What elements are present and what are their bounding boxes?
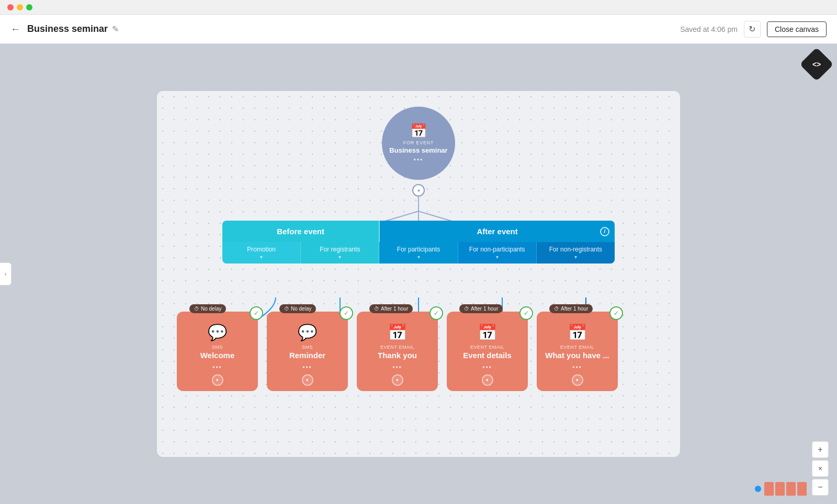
card-2-delay-badge: ⏱No delay [279,304,316,313]
card-3-expand[interactable]: ▾ [392,374,403,386]
card-4-icon: 📅 [478,323,497,341]
sub-branch-participants-arrow: ▾ [417,254,420,260]
card-5[interactable]: ✓ 📅 EVENT EMAIL What you have ... ••• ▾ [537,312,618,391]
zoom-controls: + × − [812,441,829,496]
sub-branch-registrants[interactable]: For registrants ▾ [301,242,379,264]
refresh-button[interactable]: ↻ [744,21,761,38]
card-5-dots: ••• [572,364,582,371]
card-5-expand[interactable]: ▾ [572,374,583,386]
topbar-right: Saved at 4:06 pm ↻ Close canvas [680,21,827,38]
card-2-icon: 💬 [298,323,317,341]
minimap-bars [764,482,807,496]
traffic-light-red [7,4,14,10]
zoom-in-button[interactable]: + [812,441,829,458]
card-2-type: SMS [302,345,313,350]
root-expand-btn[interactable]: ▾ [412,184,425,197]
card-1-dots: ••• [212,364,222,371]
card-1-name: Welcome [200,351,235,360]
code-icon-button[interactable]: <> [799,47,833,81]
sub-branch-promotion-arrow: ▾ [260,254,263,260]
card-3-icon: 📅 [388,323,407,341]
card-4-name: Event details [463,351,512,360]
sub-branch-participants-label: For participants [397,246,440,253]
code-icon: <> [812,60,821,68]
root-node[interactable]: 📅 FOR EVENT Business seminar ••• [382,107,455,180]
card-4-dots: ••• [482,364,492,371]
sidebar-toggle-icon: › [5,270,7,278]
sub-branch-non-registrants-arrow: ▾ [574,254,577,260]
card-1-icon: 💬 [208,323,227,341]
card-1-type: SMS [212,345,223,350]
zoom-reset-button[interactable]: × [812,460,829,477]
root-node-icon: 📅 [410,123,427,139]
card-3-type: EVENT EMAIL [380,345,414,350]
card-2-expand[interactable]: ▾ [302,374,313,386]
sidebar-toggle[interactable]: › [0,262,12,285]
topbar: ← Business seminar ✎ Saved at 4:06 pm ↻ … [0,15,837,44]
card-1-delay-badge: ⏱No delay [189,304,226,313]
sub-branch-non-registrants[interactable]: For non-registrants ▾ [537,242,615,264]
root-node-title: Business seminar [389,146,447,154]
titlebar [0,0,837,15]
minimap-bar-4 [797,482,807,496]
card-2-check: ✓ [340,306,353,320]
card-5-type: EVENT EMAIL [560,345,594,350]
root-node-subtitle: FOR EVENT [403,140,434,145]
page-title: Business seminar [27,24,108,35]
card-5-icon: 📅 [568,323,587,341]
card-4-delay-badge: ⏱After 1 hour [459,304,503,313]
card-3-dots: ••• [392,364,402,371]
main-area: › [0,44,837,504]
edit-icon[interactable]: ✎ [112,24,119,34]
traffic-lights [7,4,32,10]
before-event-section[interactable]: Before event [222,221,380,242]
traffic-light-green [26,4,32,10]
card-3-delay-badge: ⏱After 1 hour [369,304,413,313]
minimap-bar-2 [775,482,785,496]
card-4-check: ✓ [519,306,533,320]
progress-indicator [755,486,761,492]
sub-branch-promotion[interactable]: Promotion ▾ [222,242,301,264]
branch-bar-top: Before event After event i [222,221,615,242]
card-1-expand[interactable]: ▾ [212,374,223,386]
sub-branch-non-registrants-label: For non-registrants [549,246,602,253]
card-3[interactable]: ✓ 📅 EVENT EMAIL Thank you ••• ▾ [357,312,438,391]
card-1[interactable]: ✓ 💬 SMS Welcome ••• ▾ [177,312,258,391]
card-3-check: ✓ [429,306,443,320]
before-event-label: Before event [277,227,324,236]
after-event-label: After event [477,227,517,236]
card-5-delay-badge: ⏱After 1 hour [549,304,593,313]
sub-branch-participants[interactable]: For participants ▾ [379,242,458,264]
sub-branch-promotion-label: Promotion [247,246,276,253]
back-button[interactable]: ← [10,23,21,35]
canvas-area: 📅 FOR EVENT Business seminar ••• ▾ Befor… [0,44,837,504]
root-node-dots: ••• [414,156,424,164]
canvas-panel[interactable]: 📅 FOR EVENT Business seminar ••• ▾ Befor… [157,91,680,457]
sub-branch-registrants-label: For registrants [320,246,360,253]
card-2-name: Reminder [289,351,325,360]
card-4[interactable]: ✓ 📅 EVENT EMAIL Event details ••• ▾ [447,312,528,391]
sub-branch-non-participants[interactable]: For non-participants ▾ [458,242,537,264]
card-5-name: What you have ... [545,351,609,360]
traffic-light-yellow [17,4,23,10]
card-4-expand[interactable]: ▾ [482,374,493,386]
minimap-bar-1 [764,482,774,496]
minimap-bar-3 [786,482,796,496]
card-5-check: ✓ [609,306,623,320]
card-4-type: EVENT EMAIL [470,345,504,350]
after-event-section[interactable]: After event i [380,221,615,242]
saved-text: Saved at 4:06 pm [680,25,738,33]
minimap [755,482,807,496]
close-canvas-button[interactable]: Close canvas [767,21,827,37]
sub-branch-non-participants-arrow: ▾ [496,254,499,260]
info-icon[interactable]: i [600,227,609,236]
card-2[interactable]: ✓ 💬 SMS Reminder ••• ▾ [267,312,348,391]
sub-branches: Promotion ▾ For registrants ▾ For partic… [222,242,615,264]
sub-branch-non-participants-label: For non-participants [469,246,525,253]
branch-bar[interactable]: Before event After event i Promotion ▾ F… [222,221,615,264]
card-1-check: ✓ [250,306,263,320]
zoom-out-button[interactable]: − [812,479,829,496]
card-3-name: Thank you [378,351,417,360]
sub-branch-registrants-arrow: ▾ [338,254,341,260]
card-2-dots: ••• [302,364,312,371]
